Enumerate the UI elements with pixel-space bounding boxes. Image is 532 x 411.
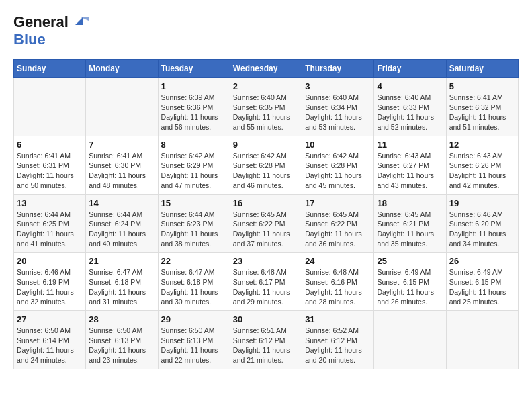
column-header-monday: Monday <box>86 60 158 78</box>
day-info: Sunrise: 6:42 AM Sunset: 6:28 PM Dayligh… <box>305 151 371 191</box>
day-number: 1 <box>161 81 227 91</box>
day-number: 15 <box>161 198 227 208</box>
column-header-saturday: Saturday <box>446 60 518 78</box>
logo-icon <box>70 11 89 30</box>
calendar-cell: 7Sunrise: 6:41 AM Sunset: 6:30 PM Daylig… <box>86 136 158 194</box>
column-header-friday: Friday <box>374 60 446 78</box>
day-number: 29 <box>161 314 227 324</box>
calendar-cell: 2Sunrise: 6:40 AM Sunset: 6:35 PM Daylig… <box>230 78 302 136</box>
day-number: 2 <box>233 81 299 91</box>
calendar-cell: 28Sunrise: 6:50 AM Sunset: 6:13 PM Dayli… <box>86 311 158 369</box>
day-info: Sunrise: 6:49 AM Sunset: 6:15 PM Dayligh… <box>377 267 443 307</box>
day-number: 20 <box>17 256 83 266</box>
column-header-tuesday: Tuesday <box>158 60 230 78</box>
calendar-cell <box>14 78 86 136</box>
day-info: Sunrise: 6:46 AM Sunset: 6:20 PM Dayligh… <box>449 210 515 249</box>
day-number: 5 <box>449 81 515 91</box>
day-number: 30 <box>233 314 299 324</box>
week-row-1: 1Sunrise: 6:39 AM Sunset: 6:36 PM Daylig… <box>14 78 519 136</box>
day-info: Sunrise: 6:44 AM Sunset: 6:24 PM Dayligh… <box>89 210 154 249</box>
day-info: Sunrise: 6:51 AM Sunset: 6:12 PM Dayligh… <box>233 326 299 365</box>
logo-text-general: General <box>13 13 69 31</box>
day-number: 8 <box>161 140 227 150</box>
day-number: 6 <box>17 140 83 150</box>
day-info: Sunrise: 6:42 AM Sunset: 6:29 PM Dayligh… <box>161 151 227 191</box>
calendar-cell: 30Sunrise: 6:51 AM Sunset: 6:12 PM Dayli… <box>230 311 302 369</box>
calendar-cell: 13Sunrise: 6:44 AM Sunset: 6:25 PM Dayli… <box>14 194 86 253</box>
week-row-3: 13Sunrise: 6:44 AM Sunset: 6:25 PM Dayli… <box>14 194 519 253</box>
day-info: Sunrise: 6:44 AM Sunset: 6:23 PM Dayligh… <box>161 210 227 249</box>
day-info: Sunrise: 6:40 AM Sunset: 6:33 PM Dayligh… <box>377 93 443 132</box>
calendar-cell: 25Sunrise: 6:49 AM Sunset: 6:15 PM Dayli… <box>374 253 446 311</box>
day-info: Sunrise: 6:46 AM Sunset: 6:19 PM Dayligh… <box>17 267 83 307</box>
calendar-cell: 31Sunrise: 6:52 AM Sunset: 6:12 PM Dayli… <box>302 311 374 369</box>
day-info: Sunrise: 6:43 AM Sunset: 6:26 PM Dayligh… <box>449 151 515 191</box>
calendar-cell: 29Sunrise: 6:50 AM Sunset: 6:13 PM Dayli… <box>158 311 230 369</box>
calendar-cell: 5Sunrise: 6:41 AM Sunset: 6:32 PM Daylig… <box>446 78 518 136</box>
week-row-5: 27Sunrise: 6:50 AM Sunset: 6:14 PM Dayli… <box>14 311 519 369</box>
day-number: 25 <box>377 256 443 266</box>
calendar-cell: 24Sunrise: 6:48 AM Sunset: 6:16 PM Dayli… <box>302 253 374 311</box>
day-number: 3 <box>305 81 371 91</box>
day-number: 22 <box>161 256 227 266</box>
day-info: Sunrise: 6:42 AM Sunset: 6:28 PM Dayligh… <box>233 151 299 191</box>
day-number: 17 <box>305 198 371 208</box>
day-info: Sunrise: 6:41 AM Sunset: 6:30 PM Dayligh… <box>89 151 154 191</box>
day-number: 26 <box>449 256 515 266</box>
day-info: Sunrise: 6:43 AM Sunset: 6:27 PM Dayligh… <box>377 151 443 191</box>
day-number: 28 <box>89 314 154 324</box>
calendar-cell: 8Sunrise: 6:42 AM Sunset: 6:29 PM Daylig… <box>158 136 230 194</box>
day-number: 27 <box>17 314 83 324</box>
day-number: 11 <box>377 140 443 150</box>
day-info: Sunrise: 6:50 AM Sunset: 6:14 PM Dayligh… <box>17 326 83 365</box>
day-number: 19 <box>449 198 515 208</box>
day-number: 9 <box>233 140 299 150</box>
calendar-cell: 10Sunrise: 6:42 AM Sunset: 6:28 PM Dayli… <box>302 136 374 194</box>
calendar-cell: 27Sunrise: 6:50 AM Sunset: 6:14 PM Dayli… <box>14 311 86 369</box>
day-info: Sunrise: 6:47 AM Sunset: 6:18 PM Dayligh… <box>161 267 227 307</box>
calendar-cell: 12Sunrise: 6:43 AM Sunset: 6:26 PM Dayli… <box>446 136 518 194</box>
day-info: Sunrise: 6:50 AM Sunset: 6:13 PM Dayligh… <box>89 326 154 365</box>
calendar-cell <box>86 78 158 136</box>
day-number: 31 <box>305 314 371 324</box>
column-header-sunday: Sunday <box>14 60 86 78</box>
day-number: 14 <box>89 198 154 208</box>
calendar-cell: 22Sunrise: 6:47 AM Sunset: 6:18 PM Dayli… <box>158 253 230 311</box>
day-number: 24 <box>305 256 371 266</box>
calendar-table: SundayMondayTuesdayWednesdayThursdayFrid… <box>13 59 519 369</box>
calendar-cell: 18Sunrise: 6:45 AM Sunset: 6:21 PM Dayli… <box>374 194 446 253</box>
day-number: 16 <box>233 198 299 208</box>
day-info: Sunrise: 6:45 AM Sunset: 6:21 PM Dayligh… <box>377 210 443 249</box>
calendar-cell <box>374 311 446 369</box>
calendar-cell: 20Sunrise: 6:46 AM Sunset: 6:19 PM Dayli… <box>14 253 86 311</box>
day-info: Sunrise: 6:52 AM Sunset: 6:12 PM Dayligh… <box>305 326 371 365</box>
svg-marker-0 <box>75 17 83 25</box>
day-info: Sunrise: 6:47 AM Sunset: 6:18 PM Dayligh… <box>89 267 154 307</box>
day-info: Sunrise: 6:44 AM Sunset: 6:25 PM Dayligh… <box>17 210 83 249</box>
day-info: Sunrise: 6:39 AM Sunset: 6:36 PM Dayligh… <box>161 93 227 132</box>
day-number: 7 <box>89 140 154 150</box>
day-info: Sunrise: 6:48 AM Sunset: 6:17 PM Dayligh… <box>233 267 299 307</box>
week-row-2: 6Sunrise: 6:41 AM Sunset: 6:31 PM Daylig… <box>14 136 519 194</box>
calendar-cell: 23Sunrise: 6:48 AM Sunset: 6:17 PM Dayli… <box>230 253 302 311</box>
calendar-cell: 4Sunrise: 6:40 AM Sunset: 6:33 PM Daylig… <box>374 78 446 136</box>
calendar-cell: 15Sunrise: 6:44 AM Sunset: 6:23 PM Dayli… <box>158 194 230 253</box>
day-info: Sunrise: 6:50 AM Sunset: 6:13 PM Dayligh… <box>161 326 227 365</box>
calendar-cell: 1Sunrise: 6:39 AM Sunset: 6:36 PM Daylig… <box>158 78 230 136</box>
calendar-cell <box>446 311 518 369</box>
day-number: 12 <box>449 140 515 150</box>
calendar-cell: 26Sunrise: 6:49 AM Sunset: 6:15 PM Dayli… <box>446 253 518 311</box>
day-number: 4 <box>377 81 443 91</box>
calendar-cell: 16Sunrise: 6:45 AM Sunset: 6:22 PM Dayli… <box>230 194 302 253</box>
logo-text-blue: Blue <box>13 31 46 48</box>
day-info: Sunrise: 6:40 AM Sunset: 6:35 PM Dayligh… <box>233 93 299 132</box>
day-info: Sunrise: 6:41 AM Sunset: 6:31 PM Dayligh… <box>17 151 83 191</box>
day-number: 10 <box>305 140 371 150</box>
column-header-wednesday: Wednesday <box>230 60 302 78</box>
calendar-cell: 3Sunrise: 6:40 AM Sunset: 6:34 PM Daylig… <box>302 78 374 136</box>
calendar-header-row: SundayMondayTuesdayWednesdayThursdayFrid… <box>14 60 519 78</box>
day-info: Sunrise: 6:48 AM Sunset: 6:16 PM Dayligh… <box>305 267 371 307</box>
calendar-cell: 19Sunrise: 6:46 AM Sunset: 6:20 PM Dayli… <box>446 194 518 253</box>
calendar-cell: 17Sunrise: 6:45 AM Sunset: 6:22 PM Dayli… <box>302 194 374 253</box>
day-info: Sunrise: 6:40 AM Sunset: 6:34 PM Dayligh… <box>305 93 371 132</box>
